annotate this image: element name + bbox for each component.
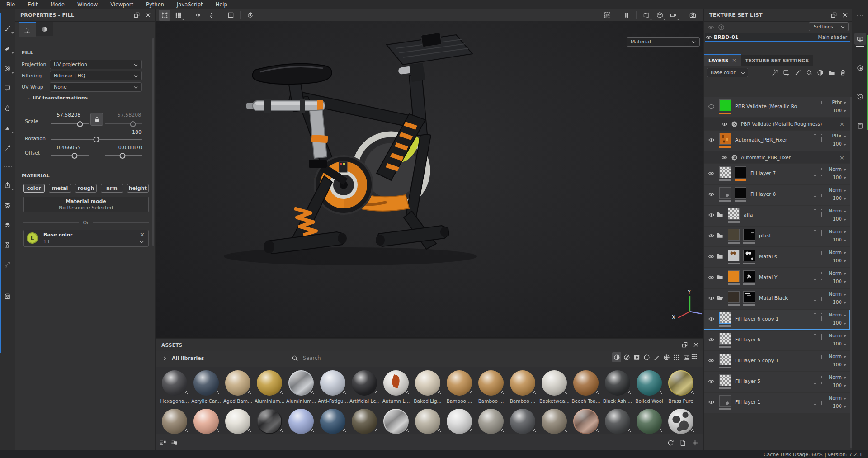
paint-tool[interactable]	[2, 23, 14, 34]
layer-thumbnail[interactable]	[719, 133, 731, 145]
base-color-resource[interactable]: L Base color 13 ×	[23, 230, 149, 247]
delete-layer-button[interactable]	[837, 67, 849, 77]
library-selector[interactable]: All libraries	[161, 355, 204, 362]
visibility-icon[interactable]	[707, 316, 716, 322]
layer-thumbnail[interactable]	[719, 374, 731, 386]
blend-mode-select[interactable]: Pthr	[832, 133, 846, 138]
filter-half-sphere-button[interactable]	[612, 352, 621, 362]
channel-rough-button[interactable]: rough	[75, 184, 97, 193]
mask-slot[interactable]	[814, 334, 822, 342]
layer-thumbnail[interactable]	[719, 395, 731, 407]
dock-handle[interactable]	[856, 14, 864, 16]
visibility-icon[interactable]	[707, 212, 716, 218]
transfer-tool[interactable]	[2, 259, 14, 270]
menu-javascript[interactable]: JavaScript	[170, 0, 209, 9]
asset-tile[interactable]: Artificial Le...	[349, 370, 380, 404]
blend-mode-select[interactable]: Norm	[829, 395, 846, 401]
folder-icon[interactable]	[717, 211, 723, 218]
offset-y-slider[interactable]	[105, 153, 142, 158]
channel-select[interactable]: Base color	[707, 68, 748, 77]
asset-tile[interactable]: Basketwea...	[538, 370, 570, 404]
chevron-down-icon[interactable]	[138, 239, 145, 246]
filter-half-moon-button[interactable]	[642, 352, 651, 362]
asset-tile[interactable]	[222, 409, 254, 434]
tab-layers[interactable]: LAYERS×	[704, 54, 741, 66]
asset-tile[interactable]: Bamboo ...	[443, 370, 475, 404]
asset-tile[interactable]: Autumn L...	[380, 370, 412, 404]
grid-view-icon[interactable]	[691, 353, 698, 360]
filtering-select[interactable]: Bilinear | HQ	[50, 71, 142, 80]
opacity-select[interactable]: 100	[833, 108, 846, 113]
asset-tile[interactable]: Acrylic Car...	[190, 370, 222, 404]
material-picker-tool[interactable]	[2, 142, 14, 154]
blend-mode-select[interactable]: Norm	[829, 229, 846, 234]
layer-fill-layer-7[interactable]: Fill layer 7Norm100	[704, 164, 850, 184]
visibility-icon[interactable]	[707, 137, 716, 143]
asset-tile[interactable]	[254, 409, 285, 434]
asset-tile[interactable]	[602, 409, 633, 434]
mask-slot[interactable]	[814, 272, 822, 280]
layer-effect-automatic-pbr-fixer[interactable]: Automatic_PBR_Fixer×	[704, 151, 850, 163]
remove-effect-icon[interactable]: ×	[840, 121, 844, 127]
mask-slot[interactable]	[814, 251, 822, 259]
uv-transforms-header[interactable]: ⌄ UV transformations	[27, 95, 88, 101]
import-resources-icon[interactable]	[171, 439, 178, 446]
visibility-icon[interactable]	[707, 378, 716, 385]
channel-metal-button[interactable]: metal	[49, 184, 71, 193]
add-folder-button[interactable]	[826, 67, 837, 77]
reset-rotation-button[interactable]	[244, 10, 256, 21]
opacity-select[interactable]: 100	[833, 258, 846, 263]
float-panel-icon[interactable]	[830, 12, 837, 19]
blend-mode-select[interactable]: Norm	[829, 333, 846, 338]
layer-thumbnail[interactable]	[743, 250, 755, 261]
asset-tile[interactable]: Brass Pure	[665, 370, 697, 404]
asset-tile[interactable]: Boiled Wool	[633, 370, 665, 404]
opacity-select[interactable]: 100	[833, 279, 846, 284]
pause-button[interactable]	[621, 10, 632, 21]
filter-sphere-slash-button[interactable]	[622, 352, 631, 362]
materials-tool[interactable]	[2, 219, 14, 231]
transform-button[interactable]	[159, 10, 170, 21]
channel-height-button[interactable]: height	[127, 184, 149, 193]
visibility-icon[interactable]	[707, 357, 716, 364]
mask-slot[interactable]	[814, 355, 822, 363]
opacity-select[interactable]: 100	[833, 403, 846, 409]
offset-x-value[interactable]: 0.466055	[51, 145, 86, 151]
opacity-select[interactable]: 100	[833, 237, 846, 242]
layer-thumbnail[interactable]	[719, 354, 731, 365]
viewport-3d[interactable]: Material Y X Z	[156, 21, 703, 337]
opacity-select[interactable]: 100	[833, 216, 846, 222]
layer-fill-layer-1[interactable]: Fill layer 1Norm100	[704, 393, 850, 413]
smudge-tool[interactable]	[2, 102, 14, 114]
export-textures-tool[interactable]	[2, 179, 14, 191]
mask-slot[interactable]	[814, 313, 822, 321]
asset-tile[interactable]	[538, 409, 570, 434]
layer-automatic-pbr-fixer[interactable]: Automatic_PBR_FixerPthr100	[704, 131, 850, 151]
scale-lock-button[interactable]	[90, 113, 103, 126]
blend-mode-select[interactable]: Norm	[829, 166, 846, 172]
asset-tile[interactable]: Baked Lig...	[412, 370, 443, 404]
close-panel-icon[interactable]	[693, 341, 699, 348]
add-icon[interactable]	[692, 439, 698, 446]
menu-viewport[interactable]: Viewport	[104, 0, 140, 9]
rotation-value[interactable]: 180	[114, 129, 142, 135]
visibility-icon[interactable]	[707, 232, 716, 239]
projection-tool[interactable]	[2, 62, 14, 74]
properties-scrollbar[interactable]	[152, 38, 154, 246]
close-panel-icon[interactable]	[145, 12, 151, 19]
mask-slot[interactable]	[814, 134, 822, 142]
texture-set-row[interactable]: BRBD-01 Main shader	[705, 33, 850, 42]
camera-video-button[interactable]	[667, 10, 679, 21]
blend-mode-select[interactable]: Norm	[829, 250, 846, 255]
layer-matal-s[interactable]: Matal sNorm100	[704, 247, 850, 267]
menu-window[interactable]: Window	[71, 0, 104, 9]
layer-thumbnail[interactable]	[735, 187, 746, 199]
blend-mode-select[interactable]: Norm	[829, 208, 846, 213]
folder-icon[interactable]	[717, 253, 723, 260]
asset-tile[interactable]: Aged Bam...	[222, 370, 254, 404]
asset-tile[interactable]	[285, 409, 317, 434]
layer-thumbnail[interactable]	[728, 291, 740, 303]
asset-tile[interactable]	[317, 409, 349, 434]
visibility-icon[interactable]	[705, 34, 712, 41]
layer-fill-layer-5[interactable]: Fill layer 5Norm100	[704, 372, 850, 392]
